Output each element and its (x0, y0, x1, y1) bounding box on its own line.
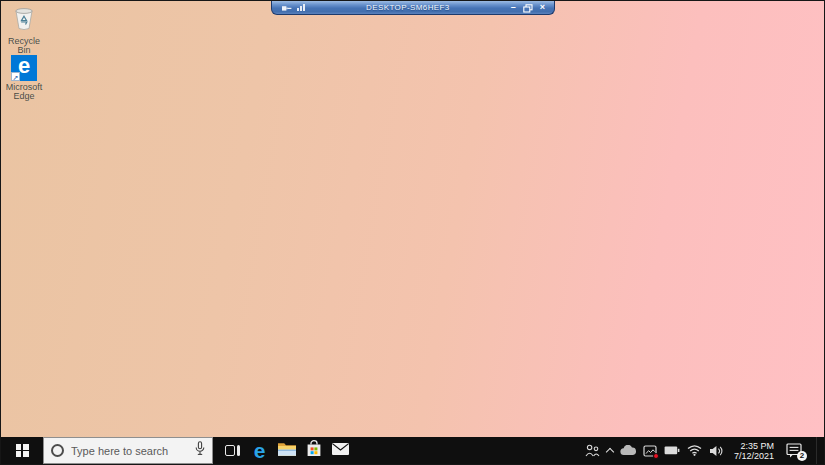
desktop-icon-recycle-bin[interactable]: Recycle Bin (1, 7, 47, 55)
search-placeholder: Type here to search (71, 445, 188, 457)
battery-icon[interactable] (664, 446, 680, 455)
notification-count-badge: 2 (797, 451, 807, 461)
clock-date: 7/12/2021 (734, 451, 774, 461)
file-explorer-icon (277, 441, 297, 461)
edge-icon: e (254, 441, 266, 461)
action-center-button[interactable]: 2 (786, 443, 803, 458)
pin-icon[interactable] (281, 0, 292, 17)
rdp-connection-bar[interactable]: DESKTOP-SM6HEF3 – × (271, 1, 555, 15)
people-icon[interactable] (585, 444, 600, 457)
rdp-minimize-button[interactable]: – (511, 3, 516, 12)
start-button[interactable] (1, 437, 43, 464)
alert-badge (653, 453, 659, 459)
taskbar-file-explorer-button[interactable] (273, 437, 300, 464)
onedrive-cloud-icon[interactable] (620, 445, 636, 456)
connection-quality-icon[interactable] (297, 4, 305, 11)
microsoft-store-icon (305, 440, 323, 462)
taskbar: Type here to search e (1, 437, 824, 464)
volume-icon[interactable] (709, 445, 724, 457)
taskbar-search-box[interactable]: Type here to search (43, 437, 213, 464)
recycle-bin-icon (1, 7, 47, 35)
clock-time: 2:35 PM (740, 441, 774, 451)
security-status-icon[interactable] (643, 445, 657, 457)
rdp-close-button[interactable]: × (540, 3, 545, 12)
task-view-button[interactable] (219, 437, 246, 464)
show-hidden-icons-button[interactable] (607, 446, 613, 455)
screenshot-frame: DESKTOP-SM6HEF3 – × Recycle Bin (0, 0, 825, 465)
rdp-session-title: DESKTOP-SM6HEF3 (305, 3, 511, 12)
wifi-icon[interactable] (687, 445, 702, 456)
shortcut-arrow-icon: ↗ (11, 72, 20, 81)
rdp-restore-button[interactable] (523, 0, 533, 17)
desktop-wallpaper: DESKTOP-SM6HEF3 – × Recycle Bin (1, 1, 824, 437)
chevron-up-icon (606, 448, 614, 456)
taskbar-store-button[interactable] (300, 437, 327, 464)
task-view-icon (225, 445, 240, 456)
windows-logo-icon (16, 444, 29, 457)
mail-icon (331, 442, 350, 460)
desktop-icon-label: Microsoft Edge (1, 83, 47, 101)
system-tray: 2:35 PM 7/12/2021 2 (585, 437, 824, 464)
cortana-icon (51, 444, 64, 457)
edge-logo-icon: e ↗ (11, 55, 37, 81)
taskbar-mail-button[interactable] (327, 437, 354, 464)
taskbar-clock[interactable]: 2:35 PM 7/12/2021 (734, 441, 774, 461)
desktop-icon-microsoft-edge[interactable]: e ↗ Microsoft Edge (1, 55, 47, 101)
taskbar-edge-button[interactable]: e (246, 437, 273, 464)
show-desktop-button[interactable] (816, 437, 821, 464)
microphone-icon[interactable] (195, 441, 205, 460)
